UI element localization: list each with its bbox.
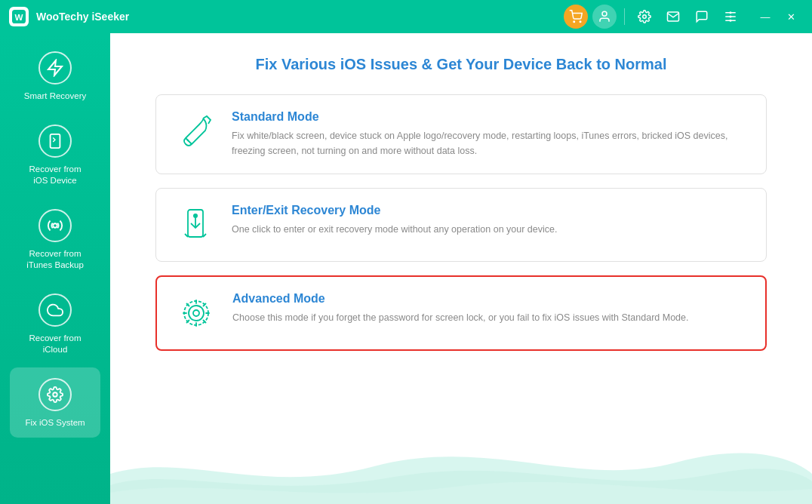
svg-point-2	[574, 21, 575, 23]
settings-button[interactable]	[632, 5, 657, 29]
mail-button[interactable]	[661, 5, 685, 29]
app-title: WooTechy iSeeker	[36, 11, 564, 23]
enter-exit-mode-title: Enter/Exit Recovery Mode	[232, 204, 748, 217]
titlebar-divider	[624, 8, 625, 25]
enter-exit-mode-card[interactable]: Enter/Exit Recovery Mode One click to en…	[155, 188, 767, 262]
svg-line-17	[186, 138, 192, 144]
sidebar-item-smart-recovery[interactable]: Smart Recovery	[10, 41, 100, 111]
svg-text:W: W	[15, 12, 24, 22]
enter-exit-mode-icon	[174, 204, 217, 246]
svg-point-20	[193, 214, 198, 218]
recover-ios-label: Recover fromiOS Device	[29, 164, 81, 186]
window-controls: — ✕	[753, 5, 803, 29]
sidebar-item-fix-ios[interactable]: Fix iOS System	[10, 367, 100, 438]
svg-point-4	[602, 11, 607, 16]
sidebar-item-recover-itunes[interactable]: Recover fromiTunes Backup	[10, 198, 100, 280]
advanced-mode-card[interactable]: Advanced Mode Choose this mode if you fo…	[155, 275, 767, 351]
svg-point-5	[643, 15, 647, 19]
svg-point-22	[193, 310, 199, 316]
recover-ios-icon	[38, 124, 72, 158]
svg-point-3	[580, 21, 581, 23]
sidebar: Smart Recovery Recover fromiOS Device	[0, 33, 110, 504]
advanced-mode-icon	[175, 292, 217, 334]
advanced-mode-desc: Choose this mode if you forget the passw…	[232, 310, 747, 325]
close-button[interactable]: ✕	[779, 5, 803, 29]
svg-point-23	[184, 301, 208, 325]
fix-ios-icon	[38, 378, 72, 411]
standard-mode-content: Standard Mode Fix white/black screen, de…	[232, 110, 748, 158]
recover-icloud-label: Recover fromiCloud	[29, 333, 81, 355]
svg-marker-12	[48, 60, 62, 75]
smart-recovery-icon	[38, 51, 72, 85]
standard-mode-title: Standard Mode	[232, 110, 748, 124]
sidebar-item-recover-icloud[interactable]: Recover fromiCloud	[10, 283, 100, 364]
recover-itunes-icon	[38, 209, 72, 242]
page-heading: Fix Various iOS Issues & Get Your Device…	[155, 56, 767, 73]
main-layout: Smart Recovery Recover fromiOS Device	[0, 33, 812, 504]
svg-point-16	[53, 392, 57, 397]
standard-mode-icon	[174, 110, 217, 152]
menu-button[interactable]	[718, 5, 743, 29]
user-button[interactable]	[592, 5, 617, 29]
content-area: Fix Various iOS Issues & Get Your Device…	[110, 33, 812, 504]
recover-icloud-icon	[38, 293, 72, 327]
content-inner: Fix Various iOS Issues & Get Your Device…	[110, 33, 812, 504]
recover-itunes-label: Recover fromiTunes Backup	[26, 248, 84, 271]
smart-recovery-label: Smart Recovery	[24, 91, 86, 102]
fix-ios-label: Fix iOS System	[25, 417, 85, 429]
titlebar-actions: — ✕	[564, 5, 803, 29]
svg-point-15	[53, 223, 57, 228]
svg-point-21	[189, 306, 204, 321]
advanced-mode-content: Advanced Mode Choose this mode if you fo…	[232, 292, 747, 325]
enter-exit-mode-content: Enter/Exit Recovery Mode One click to en…	[232, 204, 748, 237]
sidebar-item-recover-ios[interactable]: Recover fromiOS Device	[10, 114, 100, 195]
chat-button[interactable]	[690, 5, 714, 29]
app-logo: W	[9, 7, 29, 26]
minimize-button[interactable]: —	[753, 5, 777, 29]
svg-rect-13	[51, 134, 60, 148]
standard-mode-card[interactable]: Standard Mode Fix white/black screen, de…	[155, 94, 767, 174]
titlebar: W WooTechy iSeeker	[0, 0, 812, 33]
advanced-mode-title: Advanced Mode	[232, 292, 747, 306]
standard-mode-desc: Fix white/black screen, device stuck on …	[232, 128, 748, 158]
enter-exit-mode-desc: One click to enter or exit recovery mode…	[232, 222, 748, 237]
cart-button[interactable]	[564, 5, 588, 29]
